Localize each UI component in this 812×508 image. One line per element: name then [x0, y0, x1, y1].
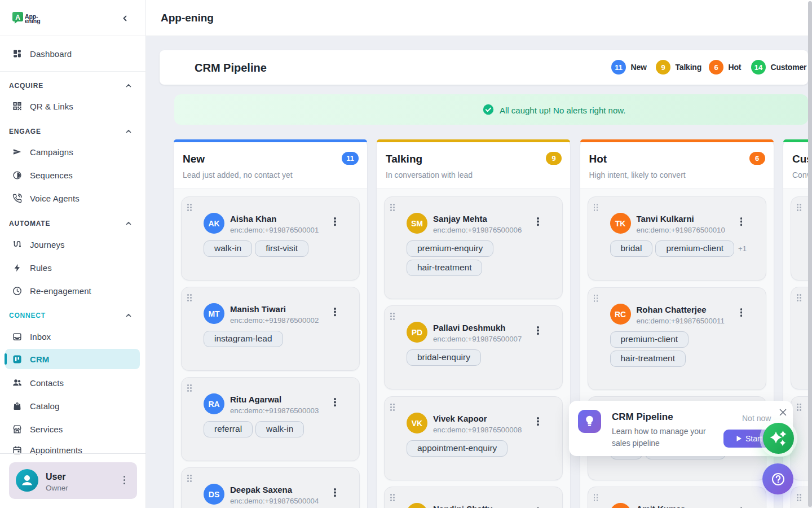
svg-text:A: A: [15, 14, 20, 21]
